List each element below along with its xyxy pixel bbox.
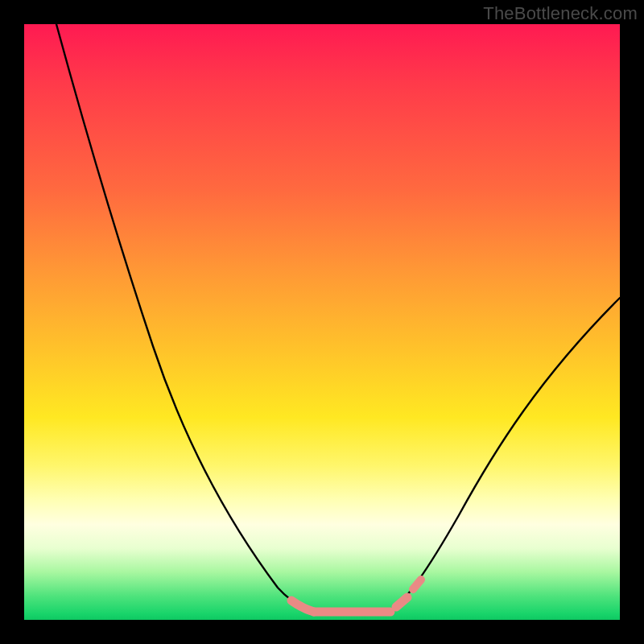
curve-svg	[24, 24, 620, 620]
highlight-seg-3	[396, 597, 407, 607]
floor-highlight-group	[291, 580, 421, 612]
highlight-seg-4	[413, 580, 421, 589]
watermark-text: TheBottleneck.com	[483, 3, 638, 24]
plot-area	[24, 24, 620, 620]
bottleneck-curve	[56, 24, 620, 613]
chart-frame: TheBottleneck.com	[0, 0, 644, 644]
